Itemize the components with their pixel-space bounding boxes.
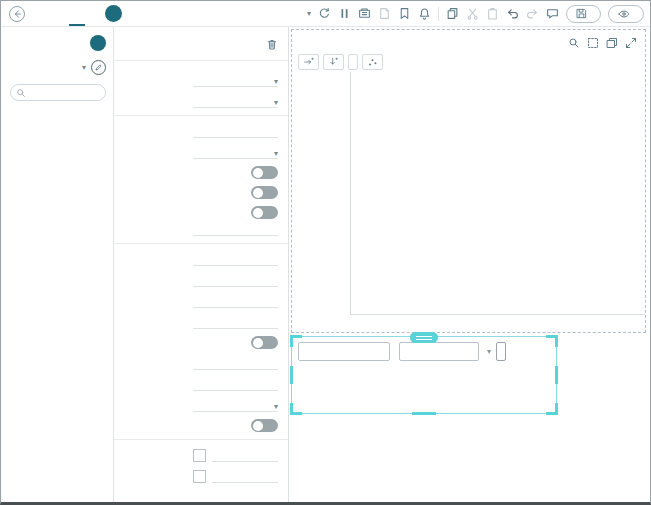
field-label xyxy=(124,347,251,349)
undo-icon[interactable] xyxy=(506,7,519,20)
set-button[interactable] xyxy=(496,342,506,361)
selection-drag-handle-top[interactable] xyxy=(410,332,438,343)
bell-icon[interactable] xyxy=(418,7,431,20)
foreground-swatch[interactable] xyxy=(193,470,206,483)
field-utc-offset-value xyxy=(114,222,288,239)
range-limit-input[interactable] xyxy=(193,356,278,370)
redo-icon[interactable] xyxy=(526,7,539,20)
toolbar-divider xyxy=(438,7,439,21)
paste-icon[interactable] xyxy=(486,7,499,20)
field-format: ▾ xyxy=(114,141,288,162)
cut-icon[interactable] xyxy=(466,7,479,20)
add-data-table-button[interactable] xyxy=(90,35,106,51)
field-hide-button xyxy=(114,162,288,182)
to-date-input[interactable] xyxy=(399,342,479,361)
from-label-input[interactable] xyxy=(193,294,278,308)
field-label xyxy=(124,106,193,108)
to-parameter-select[interactable]: ▾ xyxy=(193,94,278,108)
maximize-icon[interactable] xyxy=(625,37,637,49)
selection-handle-right[interactable] xyxy=(555,366,558,384)
field-label xyxy=(124,430,251,432)
back-button[interactable] xyxy=(9,6,25,22)
field-label xyxy=(124,85,193,87)
field-orientation: ▾ xyxy=(114,394,288,415)
hide-button-toggle[interactable] xyxy=(251,166,278,179)
chevron-down-icon[interactable]: ▾ xyxy=(307,9,311,18)
save-button[interactable] xyxy=(566,5,601,23)
refresh-icon[interactable] xyxy=(318,7,331,20)
selection-corner-bottom-right[interactable] xyxy=(546,403,558,415)
utc-offset-toggle[interactable] xyxy=(251,206,278,219)
default-to-today-toggle[interactable] xyxy=(251,186,278,199)
selection-handle-left[interactable] xyxy=(290,366,293,384)
snapshot-icon[interactable] xyxy=(358,7,371,20)
search-input[interactable] xyxy=(30,87,100,98)
copy-icon[interactable] xyxy=(446,7,459,20)
search-icon xyxy=(16,88,26,98)
export-document-icon[interactable] xyxy=(378,7,391,20)
range-limit-error-input[interactable] xyxy=(193,377,278,391)
from-date-input[interactable] xyxy=(298,342,390,361)
format-select[interactable]: ▾ xyxy=(193,145,278,159)
field-label xyxy=(124,389,193,391)
add-tab-button[interactable] xyxy=(105,5,122,22)
chart-part[interactable] xyxy=(291,29,646,333)
back-arrow-icon xyxy=(12,9,22,19)
field-from-label xyxy=(114,290,288,311)
comment-icon[interactable] xyxy=(546,7,559,20)
dashboard-canvas: ▾ xyxy=(289,27,650,502)
utc-offset-input[interactable] xyxy=(193,222,278,236)
orientation-select[interactable]: ▾ xyxy=(193,398,278,412)
field-relative-to-date xyxy=(114,269,288,290)
view-button[interactable] xyxy=(608,5,644,23)
move-down-button[interactable] xyxy=(323,54,344,70)
tab-stocks-analysis[interactable] xyxy=(35,1,63,26)
display-in-pdf-toggle[interactable] xyxy=(251,419,278,432)
foreground-color-input[interactable] xyxy=(212,469,278,483)
application-window: ▾ xyxy=(0,0,651,505)
zoom-icon[interactable] xyxy=(568,37,580,49)
bookmark-icon[interactable] xyxy=(398,7,411,20)
move-right-button[interactable] xyxy=(298,54,319,70)
edit-table-button[interactable] xyxy=(91,60,106,75)
field-label xyxy=(124,410,193,412)
field-label xyxy=(124,136,193,138)
quick-range-dropdown chevron-down-icon[interactable]: ▾ xyxy=(487,347,491,356)
font-family-input[interactable] xyxy=(193,490,278,502)
duplicate-icon[interactable] xyxy=(606,37,618,49)
save-icon xyxy=(576,8,587,19)
tab-actions[interactable] xyxy=(63,1,91,26)
chevron-down-icon: ▾ xyxy=(274,402,278,411)
chevron-down-icon: ▾ xyxy=(274,98,278,107)
visual-variables-button[interactable] xyxy=(362,54,383,70)
column-search[interactable] xyxy=(10,84,106,101)
to-label-input[interactable] xyxy=(193,315,278,329)
field-from-parameter: ▾ xyxy=(114,69,288,90)
relative-to-date-input[interactable] xyxy=(193,273,278,287)
relative-from-date-input[interactable] xyxy=(193,252,278,266)
field-to-parameter: ▾ xyxy=(114,90,288,111)
pause-icon[interactable] xyxy=(338,7,351,20)
background-color-input[interactable] xyxy=(212,448,278,462)
marquee-select-icon[interactable] xyxy=(587,37,599,49)
selection-corner-bottom-left[interactable] xyxy=(290,403,302,415)
field-label xyxy=(124,327,193,329)
field-label xyxy=(124,306,193,308)
data-table-panel: ▾ xyxy=(1,27,114,502)
field-label xyxy=(124,197,251,199)
field-label xyxy=(124,264,193,266)
auto-fire-toggle[interactable] xyxy=(251,336,278,349)
arrow-right-plus-icon xyxy=(303,57,314,67)
delete-action-button trash-icon[interactable] xyxy=(266,38,278,51)
field-label xyxy=(124,285,193,287)
title-input[interactable] xyxy=(193,124,278,138)
breakdown-chip[interactable] xyxy=(348,54,358,70)
from-parameter-select[interactable]: ▾ xyxy=(193,73,278,87)
chevron-down-icon[interactable]: ▾ xyxy=(82,63,86,72)
top-toolbar: ▾ xyxy=(1,1,650,27)
background-swatch[interactable] xyxy=(193,449,206,462)
selection-handle-bottom[interactable] xyxy=(412,412,436,415)
date-range-picker-part[interactable]: ▾ xyxy=(291,336,557,414)
plot-area[interactable] xyxy=(350,72,645,315)
property-inspector: ▾ ▾ ▾ xyxy=(114,27,289,502)
